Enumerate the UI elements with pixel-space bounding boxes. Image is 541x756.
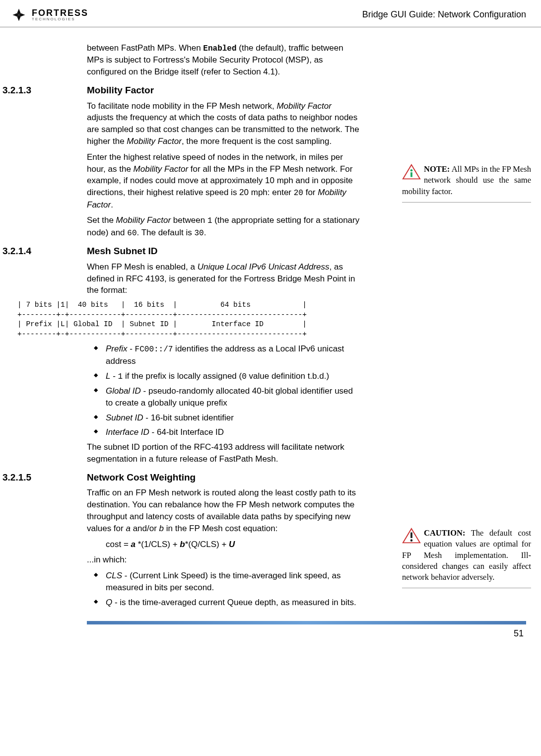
- svg-rect-6: [410, 172, 412, 177]
- footer-divider: [87, 621, 526, 624]
- brand-name: FORTRESS: [32, 9, 88, 17]
- list-item: Q - is the time-averaged current Queue d…: [96, 597, 360, 609]
- body-text: Enter the highest relative speed of node…: [87, 151, 360, 211]
- list-item: CLS - (Current Link Speed) is the time-a…: [96, 570, 360, 594]
- cost-equation: cost = a *(1/CLS) + b*(Q/CLS) + U: [106, 539, 360, 550]
- body-text: To facilitate node mobility in the FP Me…: [87, 100, 360, 147]
- equation-terms-list: CLS - (Current Link Speed) is the time-a…: [96, 570, 360, 608]
- list-item: L - 1 if the prefix is locally assigned …: [96, 370, 360, 382]
- brand-sub: TECHNOLOGIES: [32, 17, 88, 21]
- address-field-list: Prefix - FC00::/7 identifies the address…: [96, 343, 360, 438]
- note-label: NOTE:: [424, 164, 450, 174]
- svg-point-5: [410, 169, 413, 172]
- warning-icon: [402, 528, 421, 544]
- list-item: Prefix - FC00::/7 identifies the address…: [96, 343, 360, 367]
- body-text: The subnet ID portion of the RFC-4193 ad…: [87, 441, 360, 465]
- caution-box: CAUTION: The de­fault cost equa­tion val…: [402, 528, 531, 588]
- info-icon: [402, 164, 421, 180]
- note-text: All MPs in the FP Mesh net­work should u…: [402, 164, 531, 196]
- heading-network-cost-weighting: 3.2.1.5 Network Cost Weighting: [2, 471, 360, 484]
- body-text: When FP Mesh is enabled, a Unique Local …: [87, 261, 360, 296]
- caution-label: CAUTION:: [424, 528, 465, 538]
- body-text: Traffic on an FP Mesh network is routed …: [87, 487, 360, 534]
- svg-rect-8: [410, 533, 412, 538]
- caution-text: The de­fault cost equa­tion values are o…: [402, 528, 531, 582]
- fortress-logo-icon: [10, 6, 28, 24]
- page-number: 51: [0, 627, 541, 640]
- intro-paragraph: between FastPath MPs. When Enabled (the …: [87, 42, 360, 78]
- page-header: FORTRESS TECHNOLOGIES Bridge GUI Guide: …: [0, 0, 541, 27]
- doc-title: Bridge GUI Guide: Network Configuration: [362, 8, 526, 21]
- list-item: Subnet ID - 16-bit subnet identifier: [96, 412, 360, 424]
- logo: FORTRESS TECHNOLOGIES: [10, 6, 88, 24]
- body-text: ...in which:: [87, 554, 360, 566]
- ipv6-address-diagram: | 7 bits |1| 40 bits | 16 bits | 64 bits…: [17, 300, 360, 339]
- list-item: Interface ID - 64-bit Interface ID: [96, 426, 360, 438]
- body-text: Set the Mobility Factor between 1 (the a…: [87, 214, 360, 239]
- note-box: NOTE: All MPs in the FP Mesh net­work sh…: [402, 164, 531, 203]
- heading-mobility-factor: 3.2.1.3 Mobility Factor: [2, 84, 360, 97]
- svg-point-9: [410, 539, 413, 542]
- heading-mesh-subnet-id: 3.2.1.4 Mesh Subnet ID: [2, 245, 360, 258]
- list-item: Global ID - pseudo-randomly allocated 40…: [96, 385, 360, 409]
